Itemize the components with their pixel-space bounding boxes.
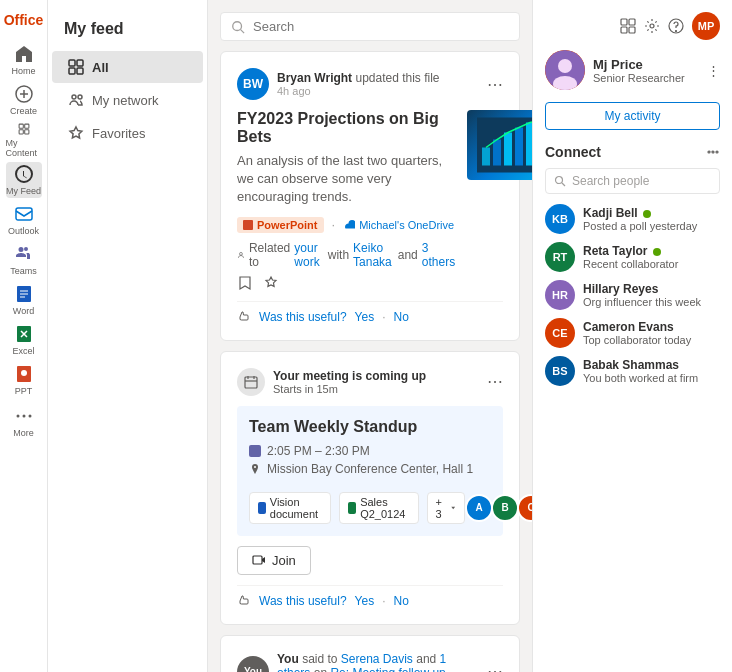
attendee-3: C [517,494,532,522]
leftnav-item-all[interactable]: All [52,51,203,83]
svg-rect-39 [629,19,635,25]
svg-point-19 [72,95,76,99]
meeting-docs: Vision document Sales Q2_0124 + 3 [249,492,465,524]
svg-rect-32 [245,377,257,388]
connect-person-babak[interactable]: BS Babak Shammas You both worked at firm [545,356,720,386]
leftnav-item-mynetwork[interactable]: My network [52,84,203,116]
card-menu-button[interactable]: ⋯ [487,75,503,94]
meeting-icon-avatar [237,368,265,396]
sidebar-item-word[interactable]: Word [6,282,42,318]
related-row: Related to your work with Keiko Tanaka a… [237,241,455,269]
svg-point-11 [21,370,27,376]
svg-point-51 [556,177,563,184]
profile-menu-button[interactable]: ⋮ [707,63,720,78]
svg-point-14 [28,415,31,418]
said-on-link[interactable]: Re: Meeting follow up [330,666,445,672]
attendees-row: A B C +23 [465,494,532,522]
file-description: An analysis of the last two quarters, we… [237,152,455,207]
online-indicator [643,210,651,218]
excel-doc-icon [348,502,356,514]
doc-more[interactable]: + 3 [427,492,465,524]
doc-vision[interactable]: Vision document [249,492,331,524]
svg-line-52 [562,183,565,186]
word-doc-icon [258,502,266,514]
sidebar-item-outlook[interactable]: Outlook [6,202,42,238]
connect-title: Connect [545,144,601,160]
meeting-location: Mission Bay Conference Center, Hall 1 [249,462,491,476]
attendee-2: B [491,494,519,522]
sidebar-item-create[interactable]: Create [6,82,42,118]
svg-point-48 [708,151,710,153]
leftnav-item-favorites[interactable]: Favorites [52,117,203,149]
user-profile-icon[interactable]: MP [692,12,720,40]
meeting-banner: Your meeting is coming up [273,369,426,383]
connect-menu-icon[interactable] [706,145,720,159]
svg-rect-38 [621,19,627,25]
app-logo[interactable]: Office [8,4,40,36]
location-icon [249,463,261,475]
related-person-link[interactable]: Keiko Tanaka [353,241,394,269]
onedrive-icon [343,219,355,231]
svg-rect-29 [515,128,523,166]
svg-rect-15 [69,60,75,66]
babak-avatar: BS [545,356,575,386]
related-others-link[interactable]: 3 others [422,241,455,269]
profile-avatar [545,50,585,90]
useful-yes[interactable]: Yes [355,310,375,324]
star-icon[interactable] [263,275,279,291]
svg-rect-16 [77,60,83,66]
related-work-link[interactable]: your work [294,241,323,269]
search-input[interactable] [253,19,509,34]
search-bar[interactable] [220,12,520,41]
connect-person-hillary[interactable]: HR Hillary Reyes Org influencer this wee… [545,280,720,310]
meeting-time: 2:05 PM – 2:30 PM [249,444,491,458]
sidebar-item-home[interactable]: Home [6,42,42,78]
connect-person-cameron[interactable]: CE Cameron Evans Top collaborator today [545,318,720,348]
sidebar-item-myfeed[interactable]: My Feed [6,162,42,198]
doc-sales[interactable]: Sales Q2_0124 [339,492,418,524]
meeting-useful-row: Was this useful? Yes · No [237,585,503,608]
grid-view-icon[interactable] [620,18,636,34]
meeting-card-menu[interactable]: ⋯ [487,372,503,391]
profile-card: Mj Price Senior Researcher ⋮ [545,50,720,90]
connect-person-kadji[interactable]: KB Kadji Bell Posted a poll yesterday [545,204,720,234]
sidebar-item-mycontent[interactable]: My Content [6,122,42,158]
meeting-yes[interactable]: Yes [355,594,375,608]
settings-icon[interactable] [644,18,660,34]
svg-rect-26 [482,148,490,166]
my-activity-button[interactable]: My activity [545,102,720,130]
message-card-menu[interactable]: ⋯ [487,662,503,672]
hillary-avatar: HR [545,280,575,310]
sidebar-item-powerpoint[interactable]: PPT [6,362,42,398]
self-avatar: You [237,656,269,672]
svg-rect-40 [621,27,627,33]
svg-rect-4 [24,124,28,128]
svg-rect-28 [504,133,512,166]
connect-person-reta[interactable]: RT Reta Taylor Recent collaborator [545,242,720,272]
svg-rect-7 [16,208,32,220]
feed-card-meeting: Your meeting is coming up Starts in 15m … [220,351,520,625]
help-icon[interactable] [668,18,684,34]
chart-thumbnail [477,115,532,175]
svg-rect-27 [493,140,501,166]
sidebar-item-teams[interactable]: Teams [6,242,42,278]
attendee-1: A [465,494,493,522]
svg-point-20 [78,95,82,99]
bookmark-icon[interactable] [237,275,253,291]
said-to-link[interactable]: Serena Davis [341,652,413,666]
svg-line-22 [241,29,245,33]
search-people-box[interactable]: Search people [545,168,720,194]
video-icon [252,553,266,567]
card-header-text: Bryan Wright updated this file 4h ago [277,71,479,97]
useful-no[interactable]: No [394,310,409,324]
sidebar-item-excel[interactable]: Excel [6,322,42,358]
svg-point-36 [254,466,256,468]
calendar-icon [243,374,259,390]
useful-row: Was this useful? Yes · No [237,301,503,324]
join-button[interactable]: Join [237,546,311,575]
cameron-avatar: CE [545,318,575,348]
svg-rect-5 [19,130,23,134]
meeting-no[interactable]: No [394,594,409,608]
sidebar-item-more[interactable]: More [6,404,42,440]
file-thumbnail [467,110,532,180]
